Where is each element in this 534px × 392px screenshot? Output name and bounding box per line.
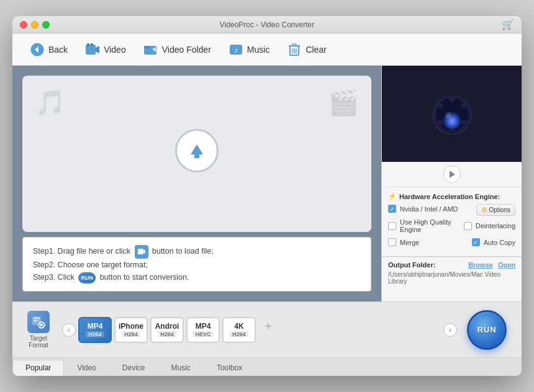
hardware-section: ⚡ Hardware Acceleration Engine: Nvidia /… <box>382 187 522 256</box>
options-label: Options <box>489 207 510 213</box>
play-icon <box>450 171 455 178</box>
merge-checkbox[interactable] <box>388 238 396 246</box>
video-folder-label: Video Folder <box>162 45 211 55</box>
film-icon-left: 🎵 <box>35 88 66 117</box>
gear-icon: ⚙ <box>481 206 487 214</box>
hardware-title: ⚡ Hardware Acceleration Engine: <box>388 192 515 200</box>
format-item-mp4-hevc[interactable]: MP4 HEVC <box>186 317 220 343</box>
svg-rect-18 <box>194 153 199 158</box>
nvidia-label: Nvidia / Intel / AMD <box>400 205 458 213</box>
run-badge-inline: RUN <box>78 272 96 283</box>
merge-option: Merge <box>388 238 419 246</box>
output-folder-label-row: Output Folder: Browse Open <box>388 261 515 269</box>
merge-label: Merge <box>400 239 419 246</box>
hardware-section-title: Hardware Acceleration Engine: <box>399 193 500 200</box>
browse-link[interactable]: Browse <box>468 261 493 269</box>
deinterlacing-label: Deinterlacing <box>476 222 515 229</box>
tab-device[interactable]: Device <box>109 360 158 376</box>
load-file-icon <box>135 245 148 259</box>
film-icon-right: 🎬 <box>328 88 359 117</box>
tab-video[interactable]: Video <box>64 360 109 376</box>
video-button[interactable]: Video <box>78 38 134 61</box>
deinterlacing-option: Deinterlacing <box>464 218 515 233</box>
svg-rect-35 <box>34 318 40 319</box>
format-next-button[interactable]: › <box>443 323 457 337</box>
instruction-step3: Step3. Click RUN button to start convers… <box>33 271 361 283</box>
format-card-android: Androi H264 <box>150 317 184 343</box>
format-item-android[interactable]: Androi H264 <box>150 317 184 343</box>
svg-rect-5 <box>91 43 93 46</box>
clear-button[interactable]: Clear <box>279 38 333 61</box>
left-panel: 🎵 🎬 Step1. Drag file here or click <box>12 66 381 301</box>
video-label: Video <box>104 45 126 55</box>
svg-point-31 <box>437 103 442 108</box>
options-button[interactable]: ⚙ Options <box>476 204 515 216</box>
clear-label: Clear <box>305 45 326 55</box>
svg-point-27 <box>461 103 466 108</box>
run-button[interactable]: RUN <box>467 310 507 350</box>
bottom-area: Target Format ‹ MP4 H264 iPhone H264 <box>12 301 522 376</box>
auto-copy-option: Auto Copy <box>472 238 515 246</box>
upload-circle <box>175 129 219 172</box>
add-format-button[interactable]: + <box>258 317 278 337</box>
format-prev-button[interactable]: ‹ <box>62 323 76 337</box>
run-button-container: RUN <box>459 310 514 350</box>
minimize-button[interactable] <box>31 21 38 29</box>
step2-text: Step2. Choose one target format; <box>33 261 148 269</box>
drop-area[interactable]: 🎵 🎬 <box>22 76 371 232</box>
tab-bar: Popular Video Device Music Toolbox <box>12 357 522 376</box>
back-icon <box>30 42 45 57</box>
svg-marker-3 <box>96 46 99 53</box>
format-item-4k[interactable]: 4K H264 <box>222 317 256 343</box>
target-format-label: Target Format <box>20 311 57 349</box>
high-quality-checkbox[interactable] <box>388 222 396 230</box>
svg-rect-13 <box>292 44 296 46</box>
hw-row-merge: Merge Auto Copy <box>388 238 515 249</box>
nvidia-checkbox[interactable] <box>388 205 396 213</box>
high-quality-option: Use High Quality Engine <box>388 218 464 233</box>
right-panel: ⚡ Hardware Acceleration Engine: Nvidia /… <box>381 66 522 301</box>
drop-area-decorations: 🎵 🎬 <box>22 82 371 123</box>
format-item-mp4-h264[interactable]: MP4 H264 <box>78 317 112 343</box>
format-card-mp4-h264: MP4 H264 <box>78 317 112 343</box>
svg-point-32 <box>442 109 462 129</box>
video-folder-button[interactable]: Video Folder <box>136 38 219 61</box>
maximize-button[interactable] <box>42 21 50 29</box>
svg-point-28 <box>461 120 466 125</box>
tab-popular[interactable]: Popular <box>12 360 64 376</box>
deinterlacing-checkbox[interactable] <box>464 222 472 230</box>
music-button[interactable]: ♪ Music <box>221 38 278 61</box>
close-button[interactable] <box>20 21 27 29</box>
format-card-iphone: iPhone H264 <box>114 317 148 343</box>
svg-rect-2 <box>86 45 96 55</box>
svg-point-26 <box>450 97 455 102</box>
music-label: Music <box>247 45 270 55</box>
traffic-lights <box>20 21 50 29</box>
hw-row-nvidia: Nvidia / Intel / AMD ⚙ Options <box>388 204 515 216</box>
film-reel-graphic <box>427 89 477 139</box>
tab-toolbox[interactable]: Toolbox <box>204 360 255 376</box>
back-label: Back <box>48 45 68 55</box>
back-button[interactable]: Back <box>22 38 75 61</box>
high-quality-label: Use High Quality Engine <box>400 218 464 233</box>
app-window: VideoProc - Video Converter 🛒 Back <box>12 16 522 376</box>
target-format-text: Target Format <box>20 335 57 349</box>
svg-point-33 <box>445 112 451 118</box>
format-bar: Target Format ‹ MP4 H264 iPhone H264 <box>12 302 522 357</box>
format-item-iphone[interactable]: iPhone H264 <box>114 317 148 343</box>
svg-rect-7 <box>144 46 150 48</box>
step1-end: button to load file; <box>152 247 214 256</box>
tab-music[interactable]: Music <box>158 360 204 376</box>
auto-copy-checkbox[interactable] <box>472 238 480 246</box>
nvidia-option: Nvidia / Intel / AMD <box>388 204 458 213</box>
svg-marker-20 <box>143 249 145 254</box>
instruction-step1: Step1. Drag file here or click button to… <box>33 245 361 259</box>
video-icon <box>85 42 100 57</box>
play-button[interactable] <box>443 166 461 183</box>
cart-icon[interactable]: 🛒 <box>502 19 514 30</box>
svg-text:♪: ♪ <box>234 46 238 55</box>
svg-point-30 <box>437 120 442 125</box>
open-link[interactable]: Open <box>498 261 515 269</box>
svg-rect-36 <box>34 320 37 321</box>
run-label: RUN <box>477 325 496 334</box>
